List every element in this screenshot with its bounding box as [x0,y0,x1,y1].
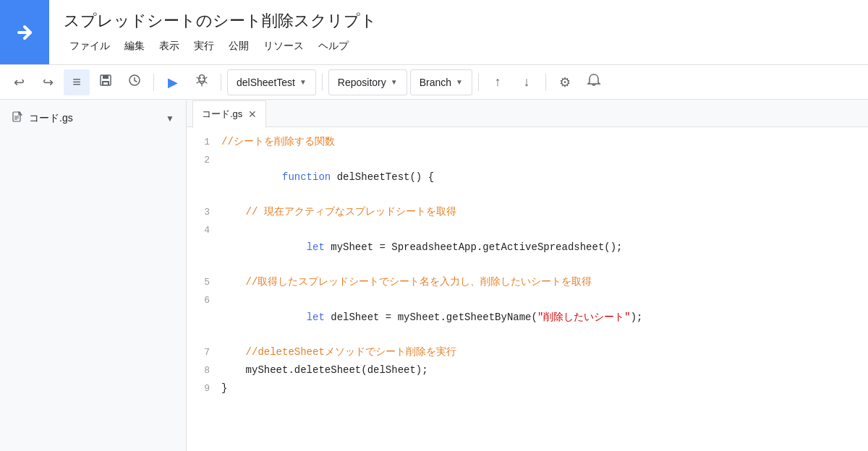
settings-icon: ⚙ [559,74,571,90]
redo-button[interactable]: ↪ [35,69,61,95]
undo-icon: ↩ [14,74,25,90]
app-title-area: スプレッドシートのシート削除スクリプト ファイル 編集 表示 実行 公開 リソー… [49,0,391,64]
repository-dropdown[interactable]: Repository ▼ [328,69,407,95]
line-number-5: 5 [187,274,221,291]
branch-dropdown[interactable]: Branch ▼ [410,69,472,95]
debug-button[interactable] [189,69,215,95]
run-button[interactable]: ▶ [160,69,186,95]
script-dropdown[interactable]: delSheetTest ▼ [227,69,316,95]
table-row: 5 //取得したスプレッドシートでシート名を入力し、削除したいシートを取得 [187,273,868,291]
svg-point-7 [203,77,204,79]
tab-label: コード.gs [202,108,242,121]
function-button[interactable]: ≡ [64,69,90,95]
debug-icon [195,73,209,91]
branch-dropdown-chevron: ▼ [456,78,463,86]
line-content-6: let delSheet = mySheet.getSheetByName("削… [221,291,868,343]
toolbar-separator-2 [221,74,221,91]
toolbar-separator-1 [153,74,154,91]
menu-edit[interactable]: 編集 [119,38,150,55]
menu-help[interactable]: ヘルプ [312,38,354,55]
line-content-8: mySheet.deleteSheet(delSheet); [221,361,868,379]
save-button[interactable] [93,69,119,95]
run-icon: ▶ [168,74,178,90]
table-row: 8 mySheet.deleteSheet(delSheet); [187,361,868,379]
menu-publish[interactable]: 公開 [223,38,255,55]
table-row: 6 let delSheet = mySheet.getSheetByName(… [187,291,868,343]
editor-area: コード.gs ✕ 1 //シートを削除する関数 2 function delSh… [187,100,868,451]
line-content-7: //deleteSheetメソッドでシート削除を実行 [221,343,868,361]
table-row: 1 //シートを削除する関数 [187,133,868,151]
tab-close-button[interactable]: ✕ [248,109,257,119]
notification-button[interactable] [581,69,607,95]
tab-code-gs[interactable]: コード.gs ✕ [192,100,266,128]
line-number-3: 3 [187,204,221,221]
sidebar-file-name: コード.gs [29,112,160,125]
save-icon [98,73,113,91]
svg-point-6 [200,77,201,79]
repository-label: Repository [338,77,386,88]
toolbar-separator-4 [478,74,479,91]
line-content-5: //取得したスプレッドシートでシート名を入力し、削除したいシートを取得 [221,273,868,291]
sidebar-file-item[interactable]: コード.gs ▼ [0,106,186,132]
table-row: 3 // 現在アクティブなスプレッドシートを取得 [187,203,868,221]
table-row: 9 } [187,379,868,398]
menu-run[interactable]: 実行 [188,38,220,55]
history-icon [127,73,142,91]
main-area: コード.gs ▼ コード.gs ✕ 1 //シートを削除する関数 2 funct… [0,100,868,451]
svg-rect-2 [103,75,109,79]
sidebar-file-chevron: ▼ [166,113,174,124]
app-header: スプレッドシートのシート削除スクリプト ファイル 編集 表示 実行 公開 リソー… [0,0,868,65]
branch-label: Branch [420,77,451,88]
menu-bar: ファイル 編集 表示 実行 公開 リソース ヘルプ [64,38,377,55]
repository-dropdown-chevron: ▼ [391,78,398,86]
prev-button[interactable]: ↑ [485,69,511,95]
toolbar-separator-3 [322,74,323,91]
function-icon: ≡ [72,74,81,90]
table-row: 2 function delSheetTest() { [187,151,868,203]
settings-button[interactable]: ⚙ [552,69,578,95]
line-content-4: let mySheet = SpreadsheetApp.getActiveSp… [221,221,868,273]
file-icon [12,111,23,126]
line-number-2: 2 [187,152,221,169]
undo-button[interactable]: ↩ [6,69,32,95]
next-button[interactable]: ↓ [514,69,540,95]
history-button[interactable] [122,69,148,95]
notification-icon [586,72,602,92]
tab-bar: コード.gs ✕ [187,100,868,127]
code-container[interactable]: 1 //シートを削除する関数 2 function delSheetTest()… [187,127,868,451]
toolbar: ↩ ↪ ≡ ▶ delSheetTest ▼ Repository ▼ Bran… [0,65,868,100]
toolbar-separator-5 [545,74,546,91]
sidebar: コード.gs ▼ [0,100,187,451]
menu-file[interactable]: ファイル [64,38,116,55]
line-number-4: 4 [187,222,221,239]
menu-view[interactable]: 表示 [153,38,185,55]
menu-resources[interactable]: リソース [258,38,310,55]
line-number-8: 8 [187,362,221,379]
next-icon: ↓ [523,74,529,90]
line-content-1: //シートを削除する関数 [221,133,868,150]
script-dropdown-chevron: ▼ [299,78,307,86]
prev-icon: ↑ [494,74,501,90]
redo-icon: ↪ [43,74,54,90]
line-content-9: } [221,379,868,397]
script-name: delSheetTest [237,77,295,88]
line-content-3: // 現在アクティブなスプレッドシートを取得 [221,203,868,220]
line-number-9: 9 [187,380,221,398]
app-title: スプレッドシートのシート削除スクリプト [64,10,377,32]
line-content-2: function delSheetTest() { [221,151,868,203]
table-row: 7 //deleteSheetメソッドでシート削除を実行 [187,343,868,361]
line-number-1: 1 [187,134,221,151]
svg-rect-4 [103,82,108,85]
table-row: 4 let mySheet = SpreadsheetApp.getActive… [187,221,868,273]
line-number-6: 6 [187,292,221,309]
line-number-7: 7 [187,344,221,361]
app-logo [0,0,49,64]
